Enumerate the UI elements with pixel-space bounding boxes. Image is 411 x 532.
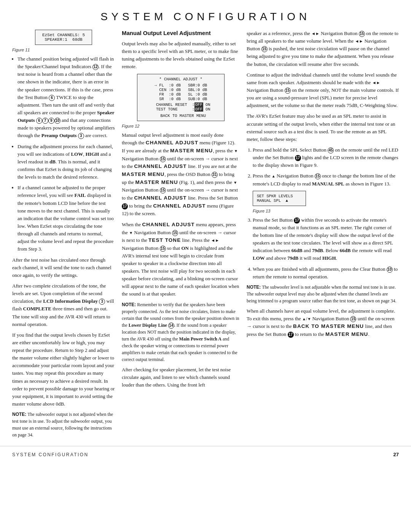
- icon-7: 7: [42, 118, 48, 124]
- figure-12-label: Figure 12: [122, 124, 240, 128]
- right-column: speaker as a reference, press the Naviga…: [247, 30, 399, 441]
- spl-step-1: Press and hold the SPL Select Button 45 …: [253, 146, 399, 169]
- right-para3: The AVR's EzSet feature may also be used…: [247, 112, 399, 143]
- spl-step-2: Press the Navigation Button 15 once to c…: [253, 172, 399, 187]
- para-8: After two complete circulations of the t…: [12, 282, 115, 328]
- icon-17d: 17: [288, 332, 294, 338]
- icon-10b: 10: [387, 267, 393, 273]
- page-header: SYSTEM CONFIGURATION: [0, 0, 411, 30]
- icon-6a: 6: [49, 95, 55, 101]
- icon-3a: 3: [78, 133, 84, 139]
- spl-steps-cont: Press the Set Button 17 within five seco…: [247, 216, 399, 281]
- fig13-line2: MANUAL SPL ▲: [257, 198, 302, 203]
- para-7: After the test noise has circulated once…: [12, 256, 115, 279]
- figure-12-display: * CHANNEL ADJUST * → FL :0 dB SBR:0 dB C…: [137, 74, 225, 121]
- fig11-line2: SPEAKER:1 68dB: [39, 37, 88, 42]
- icon-17a: 17: [122, 203, 128, 209]
- icon-15c: 15: [172, 230, 178, 236]
- figure-11-container: EzSet CHANNELS: 5 SPEAKER:1 68dB: [12, 30, 115, 46]
- left-column: EzSet CHANNELS: 5 SPEAKER:1 68dB Figure …: [12, 30, 115, 441]
- icon-14: 14: [168, 323, 174, 329]
- figure-13-container: SET SPKR LEVELS MANUAL SPL ▲: [253, 191, 399, 208]
- para-9: If you find that the output levels chose…: [12, 331, 115, 408]
- figure-13-display: SET SPKR LEVELS MANUAL SPL ▲: [253, 191, 306, 206]
- center-column: Manual Output Level Adjustment Output le…: [122, 30, 240, 441]
- main-content: EzSet CHANNELS: 5 SPEAKER:1 68dB Figure …: [0, 30, 411, 441]
- note-subwoofer: NOTE: The subwoofer output is not adjust…: [12, 411, 115, 438]
- figure-11-display: EzSet CHANNELS: 5 SPEAKER:1 68dB: [35, 30, 92, 45]
- manual-intro: Output levels may also be adjusted manua…: [122, 40, 240, 71]
- fig12-line8: BACK TO MASTER MENU: [142, 113, 220, 118]
- icon-3b: 3: [99, 299, 105, 305]
- footer-left-text: SYSTEM CONFIGURATION: [12, 452, 88, 457]
- figure-13-label: Figure 13: [253, 209, 399, 213]
- icon-17b: 17: [295, 155, 301, 161]
- figure-11-label: Figure 11: [12, 48, 115, 52]
- note-subwoofer-right: NOTE: The subwoofer level is not adjusta…: [247, 284, 399, 304]
- manual-para1: Manual output level adjustment is most e…: [122, 131, 240, 218]
- icon-17c: 17: [294, 217, 300, 224]
- right-para2: Continue to adjust the individual channe…: [247, 71, 399, 110]
- right-para1: speaker as a reference, press the Naviga…: [247, 30, 399, 68]
- manual-para2: When the CHANNEL ADJUST menu appears, pr…: [122, 221, 240, 298]
- icon-15g: 15: [285, 88, 291, 94]
- icon-31: 31: [212, 172, 218, 178]
- icon-15f: 15: [261, 46, 268, 52]
- icon-9: 9: [48, 118, 54, 124]
- fig12-line1: * CHANNEL ADJUST *: [142, 77, 220, 81]
- spl-steps: Press and hold the SPL Select Button 45 …: [247, 146, 399, 188]
- icon-15d: 15: [160, 246, 166, 252]
- bullet-list: The channel position being adjusted will…: [12, 55, 115, 253]
- fig12-line4: FR :0 dB SL :0 dB: [142, 92, 220, 97]
- fig12-line7: TEST TONE :OFF ON: [142, 107, 220, 112]
- fig12-line2: → FL :0 dB SBR:0 dB: [142, 83, 220, 88]
- page-title: SYSTEM CONFIGURATION: [0, 11, 411, 23]
- fig12-line6: CHANNEL RESET :OFF ON: [142, 102, 220, 107]
- bullet-item-1: The channel position being adjusted will…: [18, 55, 115, 140]
- section-title-manual: Manual Output Level Adjustment: [122, 30, 240, 36]
- icon-15b: 15: [160, 187, 166, 193]
- bullet-item-3: If a channel cannot be adjusted to the p…: [18, 184, 115, 253]
- bullet-item-2: During the adjustment process for each c…: [18, 143, 115, 181]
- icon-12: 12: [92, 64, 99, 70]
- figure-12-container: * CHANNEL ADJUST * → FL :0 dB SBR:0 dB C…: [122, 74, 240, 123]
- icon-6b: 6: [36, 118, 42, 124]
- icon-10: 10: [54, 118, 61, 124]
- note-speakers: NOTE: Remember to verify that the speake…: [122, 301, 240, 363]
- footer-page-number: 27: [393, 452, 399, 457]
- fig12-line3: CEN :0 dB SBL:0 dB: [142, 88, 220, 92]
- icon-15a: 15: [160, 156, 166, 162]
- icon-15i: 15: [350, 316, 356, 322]
- manual-para3: After checking for speaker placement, le…: [122, 366, 240, 389]
- fig12-line5: SR :0 dB SUB:0 dB: [142, 97, 220, 101]
- fig11-line1: EzSet CHANNELS: 5: [39, 33, 88, 37]
- icon-15h: 15: [315, 173, 321, 179]
- page-footer: SYSTEM CONFIGURATION 27: [0, 446, 411, 463]
- icon-45: 45: [328, 147, 334, 153]
- spl-step-3: Press the Set Button 17 within five seco…: [253, 216, 399, 262]
- spl-step-4: When you are finished with all adjustmen…: [253, 265, 399, 281]
- icon-15e: 15: [359, 31, 365, 37]
- right-para-final1: When all channels have an equal volume l…: [247, 307, 399, 339]
- fig13-line1: SET SPKR LEVELS: [257, 194, 302, 198]
